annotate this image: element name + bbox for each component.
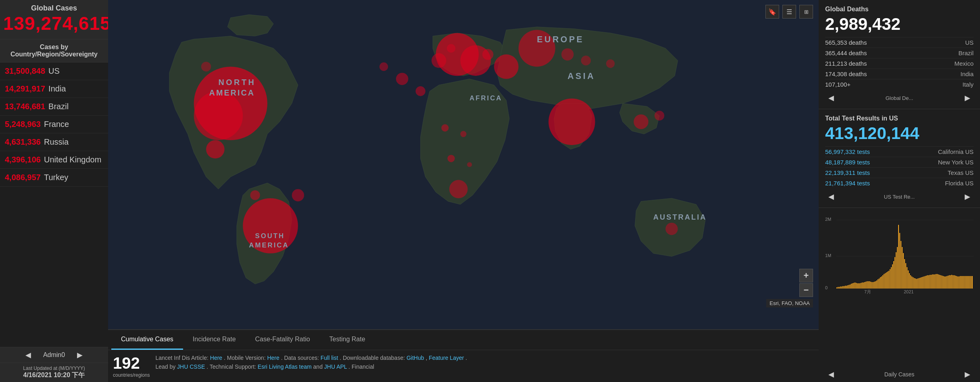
country-list-item[interactable]: 13,746,681Brazil xyxy=(0,98,108,116)
tab-cumulative-cases[interactable]: Cumulative Cases xyxy=(111,330,183,350)
middle-east-bubble xyxy=(396,73,408,85)
country-cases: 13,746,681 xyxy=(5,102,45,111)
svg-rect-106 xyxy=(963,276,964,289)
svg-rect-25 xyxy=(865,282,866,289)
svg-rect-51 xyxy=(897,247,898,289)
jhu-apl-link[interactable]: JHU APL xyxy=(324,363,347,370)
tests-nav-left[interactable]: ◀ xyxy=(825,191,837,202)
svg-rect-89 xyxy=(943,276,944,289)
svg-rect-105 xyxy=(962,276,963,289)
y-label-1m: 1M xyxy=(825,253,831,258)
svg-rect-93 xyxy=(948,276,949,289)
greenland-shape xyxy=(227,15,273,36)
svg-rect-113 xyxy=(972,276,973,289)
right-panels: Global Deaths 2,989,432 565,353 deathsUS… xyxy=(819,0,980,382)
chart-nav-right[interactable]: ▶ xyxy=(961,369,974,380)
svg-rect-30 xyxy=(872,282,872,289)
svg-rect-64 xyxy=(913,277,913,289)
mobile-here-link[interactable]: Here xyxy=(267,355,279,361)
admin-nav-left-arrow[interactable]: ◀ xyxy=(25,351,31,359)
tests-number: 21,761,394 tests xyxy=(825,180,870,187)
svg-rect-84 xyxy=(937,274,938,289)
svg-rect-50 xyxy=(896,252,897,289)
country-list-item[interactable]: 4,631,336Russia xyxy=(0,133,108,151)
bottom-bar: 192 countries/regions Lancet Inf Dis Art… xyxy=(108,350,819,382)
country-name: Turkey xyxy=(44,173,68,182)
tab-case-fatality-ratio[interactable]: Case-Fatality Ratio xyxy=(246,330,320,350)
tests-nav-right[interactable]: ▶ xyxy=(961,191,974,202)
svg-rect-94 xyxy=(949,275,950,289)
country-list-item[interactable]: 5,248,963France xyxy=(0,116,108,133)
map-panel: NORTH AMERICA SOUTH AMERICA AFRICA EUROP… xyxy=(108,0,819,382)
sea-bubble2 xyxy=(655,111,664,120)
deaths-country: Brazil xyxy=(958,50,974,56)
github-link[interactable]: GitHub xyxy=(407,355,424,361)
svg-rect-112 xyxy=(971,276,972,289)
full-list-link[interactable]: Full list xyxy=(321,355,338,361)
country-list-item[interactable]: 4,396,106United Kingdom xyxy=(0,151,108,169)
country-list: 31,500,848US14,291,917India13,746,681Bra… xyxy=(0,62,108,347)
australia-bubble xyxy=(665,223,678,235)
admin-nav[interactable]: ◀ Admin0 ▶ xyxy=(0,347,108,363)
tests-nav: ◀ US Test Re... ▶ xyxy=(825,191,974,202)
country-list-item[interactable]: 4,086,957Turkey xyxy=(0,169,108,187)
country-list-item[interactable]: 14,291,917India xyxy=(0,80,108,98)
last-updated-value: 4/16/2021 10:20 下午 xyxy=(3,371,105,380)
svg-rect-49 xyxy=(895,257,895,289)
tests-number: 22,139,311 tests xyxy=(825,169,870,176)
africa-dot2 xyxy=(460,131,466,137)
deaths-list-item: 365,444 deathsBrazil xyxy=(825,48,974,58)
svg-rect-35 xyxy=(878,279,878,289)
chart-nav: ◀ Daily Cases ▶ xyxy=(825,367,974,382)
list-button[interactable]: ☰ xyxy=(782,5,796,19)
svg-rect-103 xyxy=(960,276,961,289)
europe-label: EUROPE xyxy=(537,35,584,44)
deaths-nav-right[interactable]: ▶ xyxy=(961,93,974,103)
chart-nav-left[interactable]: ◀ xyxy=(825,369,837,380)
tests-label: Florida US xyxy=(945,180,974,187)
svg-rect-69 xyxy=(919,278,920,289)
grid-button[interactable]: ⊞ xyxy=(799,5,813,19)
lancet-here-link[interactable]: Here xyxy=(210,355,222,361)
admin-nav-right-arrow[interactable]: ▶ xyxy=(77,351,83,359)
svg-rect-24 xyxy=(864,282,865,289)
svg-rect-110 xyxy=(968,276,969,289)
countries-count-value: 192 xyxy=(113,354,140,372)
lead-text: Lead by xyxy=(155,363,177,370)
esri-link[interactable]: Esri Living Atlas team xyxy=(258,363,312,370)
deaths-value: 2,989,432 xyxy=(825,15,974,34)
svg-rect-82 xyxy=(934,274,935,289)
tests-title: Total Test Results in US xyxy=(825,115,974,122)
svg-rect-55 xyxy=(902,247,903,289)
zoom-in-button[interactable]: + xyxy=(799,269,813,282)
map-container[interactable]: NORTH AMERICA SOUTH AMERICA AFRICA EUROP… xyxy=(108,0,819,329)
bookmark-button[interactable]: 🔖 xyxy=(765,5,779,19)
deaths-list-item: 174,308 deathsIndia xyxy=(825,69,974,79)
svg-rect-70 xyxy=(920,278,921,289)
china-bubble2 xyxy=(581,56,591,65)
country-name: Russia xyxy=(44,137,69,147)
deaths-nav-left[interactable]: ◀ xyxy=(825,93,837,103)
tests-value: 413,120,144 xyxy=(825,124,974,143)
deaths-number: 107,100+ xyxy=(825,81,851,88)
sea-bubble xyxy=(634,114,648,129)
north-america-label: NORTH xyxy=(218,78,256,87)
svg-rect-22 xyxy=(862,282,863,289)
svg-rect-62 xyxy=(910,275,911,289)
svg-rect-92 xyxy=(947,276,947,289)
jhu-csse-link[interactable]: JHU CSSE xyxy=(177,363,205,370)
tab-testing-rate[interactable]: Testing Rate xyxy=(320,330,375,350)
svg-rect-77 xyxy=(928,275,929,289)
svg-rect-34 xyxy=(876,280,877,289)
africa-dot1 xyxy=(441,124,448,131)
feature-layer-link[interactable]: Feature Layer xyxy=(429,355,464,361)
map-zoom-controls: + − xyxy=(799,269,813,297)
tests-number: 56,997,332 tests xyxy=(825,148,870,155)
tab-incidence-rate[interactable]: Incidence Rate xyxy=(183,330,246,350)
zoom-out-button[interactable]: − xyxy=(799,283,813,297)
svg-rect-36 xyxy=(879,278,880,289)
country-list-item[interactable]: 31,500,848US xyxy=(0,62,108,80)
svg-rect-16 xyxy=(855,282,855,289)
country-cases: 31,500,848 xyxy=(5,66,45,76)
technical-text: . Technical Support: xyxy=(206,363,258,370)
